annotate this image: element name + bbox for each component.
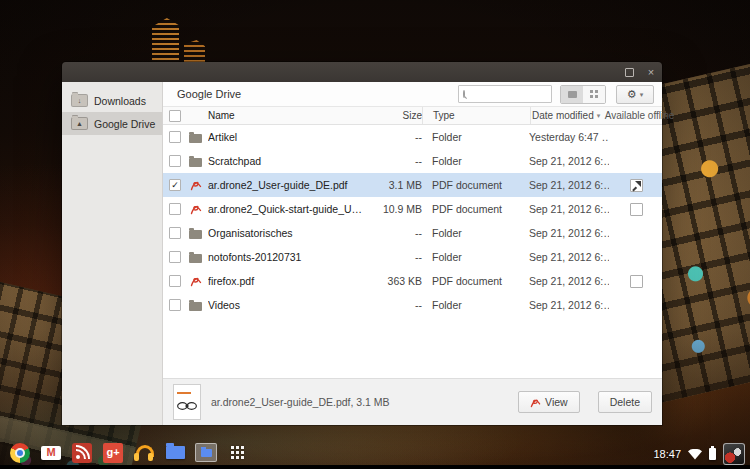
sort-indicator-icon: ▾ xyxy=(597,112,601,120)
offline-checkbox[interactable] xyxy=(630,275,643,288)
row-checkbox[interactable] xyxy=(169,227,181,239)
file-name: ar.drone2_User-guide_DE.pdf xyxy=(208,179,364,191)
file-name: Scratchpad xyxy=(208,155,364,167)
file-name: ar.drone2_Quick-start-guide_UK-FR-SP-DE-… xyxy=(208,203,364,215)
taskbar-gmail-icon[interactable]: M xyxy=(40,442,62,464)
close-button[interactable]: × xyxy=(640,64,662,80)
grid-view-button[interactable] xyxy=(583,86,605,103)
file-name: firefox.pdf xyxy=(208,275,364,287)
table-row[interactable]: notofonts-20120731 -- Folder Sep 21, 201… xyxy=(163,245,662,269)
grid-view-icon xyxy=(590,90,598,98)
folder-icon xyxy=(189,251,202,263)
folder-icon xyxy=(189,155,202,167)
table-row[interactable]: Scratchpad -- Folder Sep 21, 2012 6:… xyxy=(163,149,662,173)
header-size[interactable]: Size xyxy=(364,110,422,121)
select-all-checkbox[interactable] xyxy=(169,110,181,122)
file-date-modified: Yesterday 6:47 … xyxy=(529,131,609,143)
breadcrumb: Google Drive xyxy=(177,88,241,100)
offline-pinned-icon[interactable] xyxy=(630,179,643,192)
taskbar-apps-grid-icon[interactable] xyxy=(226,442,248,464)
row-checkbox[interactable] xyxy=(169,203,181,215)
taskbar-chrome-icon[interactable] xyxy=(9,442,31,464)
drive-folder-icon: ▲ xyxy=(72,118,87,129)
clock: 18:47 xyxy=(653,448,681,460)
view-button[interactable]: View xyxy=(518,391,580,413)
files-app-window: × ↓ Downloads ▲ Google Drive Google Driv… xyxy=(62,62,662,425)
file-list: Artikel -- Folder Yesterday 6:47 … Scrat… xyxy=(163,125,662,378)
pdf-icon xyxy=(530,397,541,408)
sidebar-item-label: Google Drive xyxy=(94,118,155,130)
selected-file-label: ar.drone2_User-guide_DE.pdf, 3.1 MB xyxy=(211,396,508,408)
search-box[interactable] xyxy=(458,85,552,103)
file-size: -- xyxy=(364,227,422,239)
table-row[interactable]: Artikel -- Folder Yesterday 6:47 … xyxy=(163,125,662,149)
row-checkbox[interactable] xyxy=(169,299,181,311)
pdf-icon xyxy=(189,275,202,287)
row-checkbox[interactable] xyxy=(169,131,181,143)
taskbar-google-plus-icon[interactable]: g+ xyxy=(102,442,124,464)
available-offline-cell[interactable] xyxy=(609,179,662,192)
maximize-icon xyxy=(625,68,634,77)
available-offline-cell[interactable] xyxy=(609,203,662,216)
sidebar-item-google-drive[interactable]: ▲ Google Drive xyxy=(62,112,162,135)
file-type: Folder xyxy=(422,251,529,263)
taskbar-files-folder-icon[interactable] xyxy=(164,442,186,464)
sidebar-item-label: Downloads xyxy=(94,95,146,107)
folder-icon xyxy=(189,299,202,311)
delete-button[interactable]: Delete xyxy=(598,391,652,413)
taskbar-files-window-icon[interactable] xyxy=(195,442,217,464)
table-header: Name Size Type Date modified▾ Available … xyxy=(163,106,662,125)
close-icon: × xyxy=(648,67,654,78)
file-date-modified: Sep 21, 2012 6:… xyxy=(529,179,609,191)
search-icon xyxy=(463,90,465,98)
header-date-modified[interactable]: Date modified▾ xyxy=(530,107,612,124)
offline-checkbox[interactable] xyxy=(630,203,643,216)
file-type: Folder xyxy=(422,131,529,143)
chevron-down-icon: ▾ xyxy=(640,91,644,98)
row-checkbox[interactable]: ✓ xyxy=(169,179,181,191)
sidebar: ↓ Downloads ▲ Google Drive xyxy=(62,82,163,425)
header-name[interactable]: Name xyxy=(208,110,364,121)
file-date-modified: Sep 21, 2012 6:… xyxy=(529,203,609,215)
toolbar: Google Drive ⚙ ▾ xyxy=(163,82,662,106)
row-checkbox[interactable] xyxy=(169,251,181,263)
file-size: 3.1 MB xyxy=(364,179,422,191)
header-available-offline[interactable]: Available offline xyxy=(612,110,667,121)
screen-bottom-strip xyxy=(0,465,750,469)
file-type: PDF document xyxy=(422,203,529,215)
file-date-modified: Sep 21, 2012 6:… xyxy=(529,275,609,287)
row-checkbox[interactable] xyxy=(169,155,181,167)
file-size: -- xyxy=(364,251,422,263)
table-row[interactable]: Videos -- Folder Sep 21, 2012 6:… xyxy=(163,293,662,317)
file-size: 10.9 MB xyxy=(364,203,422,215)
list-view-button[interactable] xyxy=(561,86,583,103)
sidebar-item-downloads[interactable]: ↓ Downloads xyxy=(62,89,162,112)
maximize-button[interactable] xyxy=(618,64,640,80)
taskbar-play-music-icon[interactable] xyxy=(133,442,155,464)
file-name: Organisatorisches xyxy=(208,227,364,239)
file-type: Folder xyxy=(422,227,529,239)
file-size: -- xyxy=(364,131,422,143)
gear-icon: ⚙ xyxy=(627,89,637,100)
avatar[interactable] xyxy=(723,443,745,465)
pdf-icon xyxy=(189,179,202,191)
taskbar: Mg+ xyxy=(0,440,750,465)
wifi-icon xyxy=(688,449,702,460)
system-tray[interactable]: 18:47 xyxy=(653,443,745,465)
window-titlebar[interactable]: × xyxy=(62,62,662,82)
settings-button[interactable]: ⚙ ▾ xyxy=(616,85,654,104)
file-name: Artikel xyxy=(208,131,364,143)
row-checkbox[interactable] xyxy=(169,275,181,287)
folder-icon xyxy=(189,227,202,239)
preview-bar: ar.drone2_User-guide_DE.pdf, 3.1 MB View… xyxy=(163,378,662,425)
table-row[interactable]: firefox.pdf 363 KB PDF document Sep 21, … xyxy=(163,269,662,293)
table-row[interactable]: ✓ ar.drone2_User-guide_DE.pdf 3.1 MB PDF… xyxy=(163,173,662,197)
file-type: Folder xyxy=(422,155,529,167)
header-type[interactable]: Type xyxy=(422,107,530,124)
available-offline-cell[interactable] xyxy=(609,275,662,288)
list-view-icon xyxy=(568,91,577,98)
table-row[interactable]: ar.drone2_Quick-start-guide_UK-FR-SP-DE-… xyxy=(163,197,662,221)
taskbar-google-reader-icon[interactable] xyxy=(71,442,93,464)
file-thumbnail xyxy=(173,384,201,420)
table-row[interactable]: Organisatorisches -- Folder Sep 21, 2012… xyxy=(163,221,662,245)
